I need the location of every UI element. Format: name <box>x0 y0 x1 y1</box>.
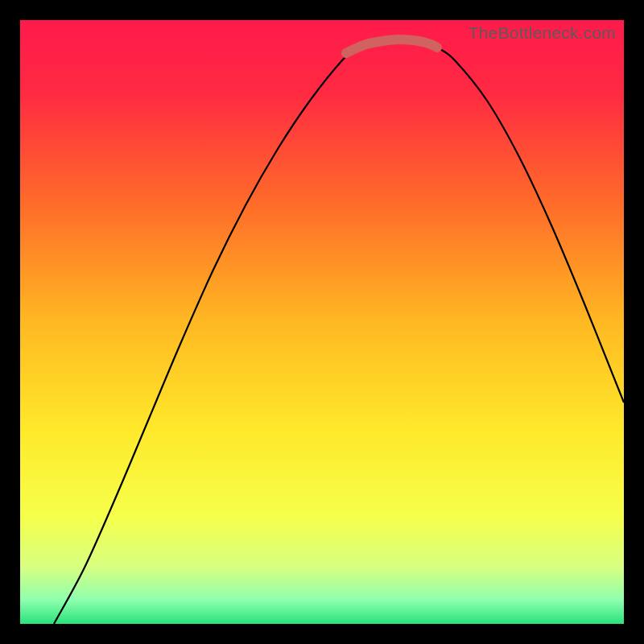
chart-background <box>20 20 624 624</box>
watermark-text: TheBottleneck.com <box>469 23 616 43</box>
chart-plot-area: TheBottleneck.com <box>20 20 624 624</box>
chart-frame: TheBottleneck.com <box>0 0 644 644</box>
chart-canvas <box>20 20 624 624</box>
